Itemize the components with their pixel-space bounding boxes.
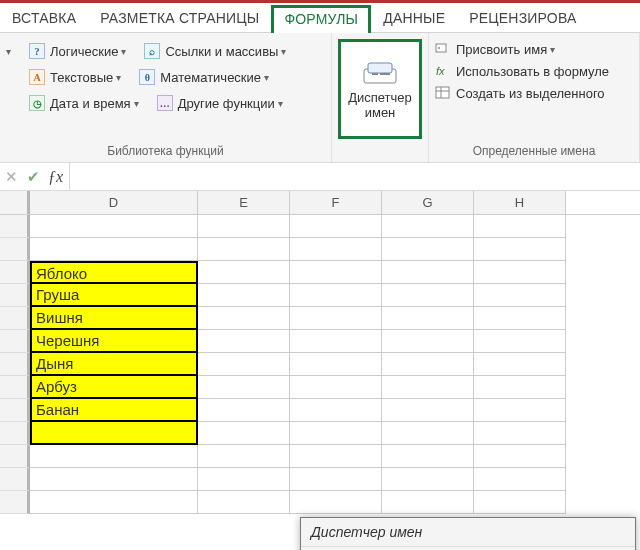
cell[interactable] (382, 468, 474, 491)
cell[interactable] (198, 330, 290, 353)
cell[interactable]: Вишня (30, 307, 198, 330)
cell[interactable]: Банан (30, 399, 198, 422)
cell[interactable] (474, 353, 566, 376)
cell[interactable] (30, 445, 198, 468)
cell[interactable]: Груша (30, 284, 198, 307)
cell[interactable] (474, 307, 566, 330)
cell[interactable] (198, 261, 290, 284)
cell[interactable] (382, 353, 474, 376)
name-manager-button[interactable]: Диспетчеримен (338, 39, 422, 139)
formula-input[interactable] (69, 163, 640, 190)
cell[interactable] (474, 261, 566, 284)
cell[interactable] (290, 422, 382, 445)
cell[interactable]: Дыня (30, 353, 198, 376)
cell[interactable] (198, 445, 290, 468)
col-header-F[interactable]: F (290, 191, 382, 214)
cell[interactable] (198, 307, 290, 330)
cell[interactable] (474, 445, 566, 468)
cell[interactable] (290, 284, 382, 307)
accept-icon[interactable]: ✔ (22, 168, 44, 186)
cell[interactable] (198, 468, 290, 491)
cell[interactable] (198, 215, 290, 238)
cell[interactable] (474, 238, 566, 261)
function-library-group: ▾ ?Логические▾ ⌕Ссылки и массивы▾ ▾ AТек… (0, 33, 332, 162)
math-button[interactable]: θМатематические▾ (137, 67, 271, 87)
cell[interactable] (30, 491, 198, 514)
cell[interactable] (290, 215, 382, 238)
svg-rect-4 (436, 44, 446, 52)
name-manager-group: Диспетчеримен (332, 33, 429, 162)
tab-review[interactable]: РЕЦЕНЗИРОВА (457, 5, 588, 32)
cell[interactable] (290, 307, 382, 330)
create-from-selection-button[interactable]: Создать из выделенного (435, 85, 633, 101)
cell[interactable] (30, 238, 198, 261)
text-button[interactable]: AТекстовые▾ (27, 67, 123, 87)
cell[interactable] (198, 353, 290, 376)
fx-icon: fx (435, 63, 451, 79)
cell[interactable] (30, 468, 198, 491)
cell[interactable] (290, 491, 382, 514)
cell[interactable] (382, 261, 474, 284)
cell[interactable] (474, 284, 566, 307)
cell[interactable] (198, 238, 290, 261)
cell[interactable] (290, 353, 382, 376)
formula-bar: ✕ ✔ ƒx (0, 163, 640, 191)
cell[interactable] (290, 376, 382, 399)
cell[interactable] (198, 491, 290, 514)
cell[interactable] (290, 399, 382, 422)
more-functions-button[interactable]: …Другие функции▾ (155, 93, 285, 113)
cell[interactable] (290, 445, 382, 468)
cell[interactable] (474, 215, 566, 238)
cell[interactable] (30, 215, 198, 238)
cell[interactable] (290, 261, 382, 284)
cell[interactable] (382, 445, 474, 468)
cell[interactable] (382, 491, 474, 514)
define-name-button[interactable]: Присвоить имя▾ (435, 41, 633, 57)
ribbon-tabs: ВСТАВКА РАЗМЕТКА СТРАНИЦЫ ФОРМУЛЫ ДАННЫЕ… (0, 3, 640, 33)
cell[interactable] (382, 330, 474, 353)
cell[interactable] (198, 399, 290, 422)
defined-names-group: Присвоить имя▾ fx Использовать в формуле… (429, 33, 640, 162)
fx-label[interactable]: ƒx (44, 168, 69, 186)
col-header-E[interactable]: E (198, 191, 290, 214)
cell[interactable] (474, 399, 566, 422)
tab-formulas[interactable]: ФОРМУЛЫ (271, 5, 371, 33)
cell[interactable] (198, 422, 290, 445)
svg-rect-3 (380, 73, 390, 75)
cell[interactable] (382, 376, 474, 399)
cell[interactable]: Яблоко (30, 261, 198, 284)
cell[interactable] (474, 491, 566, 514)
cell[interactable] (382, 422, 474, 445)
cell[interactable] (382, 284, 474, 307)
cell[interactable] (198, 284, 290, 307)
cell[interactable] (198, 376, 290, 399)
tab-insert[interactable]: ВСТАВКА (0, 5, 88, 32)
cell[interactable] (290, 468, 382, 491)
tab-data[interactable]: ДАННЫЕ (371, 5, 457, 32)
cell[interactable] (382, 238, 474, 261)
cell[interactable]: Черешня (30, 330, 198, 353)
col-header-H[interactable]: H (474, 191, 566, 214)
lookup-button[interactable]: ⌕Ссылки и массивы▾ (142, 41, 288, 61)
col-header-G[interactable]: G (382, 191, 474, 214)
use-in-formula-button[interactable]: fx Использовать в формуле (435, 63, 633, 79)
grid-icon (435, 85, 451, 101)
cancel-icon[interactable]: ✕ (0, 168, 22, 186)
cell[interactable]: Арбуз (30, 376, 198, 399)
cell[interactable] (30, 422, 198, 445)
cell[interactable] (474, 422, 566, 445)
logical-button[interactable]: ?Логические▾ (27, 41, 128, 61)
cell[interactable] (290, 330, 382, 353)
svg-rect-2 (372, 73, 378, 75)
cell[interactable] (382, 215, 474, 238)
cell[interactable] (382, 307, 474, 330)
dropdown-caret[interactable]: ▾ (6, 41, 13, 61)
cell[interactable] (382, 399, 474, 422)
tab-layout[interactable]: РАЗМЕТКА СТРАНИЦЫ (88, 5, 271, 32)
cell[interactable] (474, 376, 566, 399)
cell[interactable] (474, 468, 566, 491)
col-header-D[interactable]: D (30, 191, 198, 214)
cell[interactable] (474, 330, 566, 353)
cell[interactable] (290, 238, 382, 261)
datetime-button[interactable]: ◷Дата и время▾ (27, 93, 141, 113)
